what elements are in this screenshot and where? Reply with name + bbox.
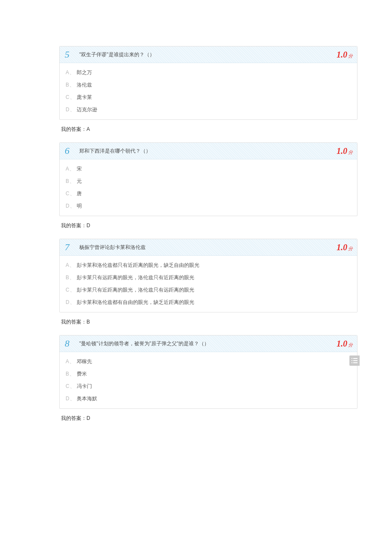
question-header: 7 杨振宁曾评论彭卡莱和洛伦兹 1.0分 <box>60 239 357 256</box>
question-header: 5 "双生子佯谬"是谁提出来的？（） 1.0分 <box>60 46 357 63</box>
option-text: 邓稼先 <box>77 358 92 365</box>
option-label: C、 <box>66 94 77 101</box>
question-block: 6 郑和下西洋是在哪个朝代？（） 1.0分 A、 宋 B、 元 C、 唐 D、 … <box>59 142 357 216</box>
score-value: 1.0 <box>337 50 347 59</box>
option-text: 彭卡莱只有近距离的眼光，洛伦兹只有远距离的眼光 <box>77 286 194 294</box>
question-text: 杨振宁曾评论彭卡莱和洛伦兹 <box>78 244 352 251</box>
question-block: 5 "双生子佯谬"是谁提出来的？（） 1.0分 A、 郎之万 B、 洛伦兹 C、… <box>59 46 357 120</box>
side-panel-toggle[interactable] <box>349 356 360 366</box>
answer-value: B <box>86 319 90 325</box>
option-text: 洛伦兹 <box>77 81 92 89</box>
option-row[interactable]: A、 彭卡莱和洛伦兹都只有近距离的眼光，缺乏自由的眼光 <box>66 262 351 269</box>
option-row[interactable]: C、 彭卡莱只有近距离的眼光，洛伦兹只有远距离的眼光 <box>66 286 351 294</box>
option-row[interactable]: A、 邓稼先 <box>66 358 351 365</box>
score-unit: 分 <box>348 150 353 155</box>
quiz-container: 5 "双生子佯谬"是谁提出来的？（） 1.0分 A、 郎之万 B、 洛伦兹 C、… <box>59 46 357 431</box>
option-label: B、 <box>66 178 77 185</box>
option-row[interactable]: C、 庞卡莱 <box>66 94 351 101</box>
question-block: 7 杨振宁曾评论彭卡莱和洛伦兹 1.0分 A、 彭卡莱和洛伦兹都只有近距离的眼光… <box>59 239 357 312</box>
option-text: 费米 <box>77 370 87 378</box>
option-label: A、 <box>66 262 77 269</box>
option-text: 唐 <box>77 190 82 197</box>
question-score: 1.0分 <box>337 146 353 156</box>
option-text: 冯卡门 <box>77 383 92 390</box>
option-label: C、 <box>66 383 77 390</box>
score-unit: 分 <box>348 246 353 251</box>
option-row[interactable]: D、 迈克尔逊 <box>66 106 351 113</box>
option-label: B、 <box>66 81 77 89</box>
option-row[interactable]: B、 洛伦兹 <box>66 81 351 89</box>
option-row[interactable]: C、 冯卡门 <box>66 383 351 390</box>
answer-prefix: 我的答案： <box>61 415 86 421</box>
my-answer: 我的答案：D <box>59 412 357 431</box>
answer-value: D <box>86 223 90 228</box>
option-text: 宋 <box>77 165 82 173</box>
option-label: A、 <box>66 358 77 365</box>
question-header: 6 郑和下西洋是在哪个朝代？（） 1.0分 <box>60 143 357 159</box>
options-list: A、 郎之万 B、 洛伦兹 C、 庞卡莱 D、 迈克尔逊 <box>60 63 357 119</box>
score-value: 1.0 <box>337 339 347 348</box>
option-label: B、 <box>66 370 77 378</box>
option-text: 元 <box>77 178 82 185</box>
option-text: 郎之万 <box>77 69 92 76</box>
question-number: 7 <box>65 242 78 253</box>
question-score: 1.0分 <box>337 50 353 60</box>
my-answer: 我的答案：A <box>59 123 357 142</box>
option-row[interactable]: B、 彭卡莱只有远距离的眼光，洛伦兹只有近距离的眼光 <box>66 274 351 281</box>
answer-prefix: 我的答案： <box>61 223 86 228</box>
question-text: "曼哈顿"计划的领导者，被誉为"原子弹之父"的是谁？（） <box>78 340 352 347</box>
option-label: D、 <box>66 106 77 113</box>
option-row[interactable]: D、 彭卡莱和洛伦兹都有自由的眼光，缺乏近距离的眼光 <box>66 299 351 306</box>
question-score: 1.0分 <box>337 339 353 349</box>
question-block: 8 "曼哈顿"计划的领导者，被誉为"原子弹之父"的是谁？（） 1.0分 A、 邓… <box>59 335 357 409</box>
score-value: 1.0 <box>337 243 347 252</box>
option-text: 明 <box>77 202 82 210</box>
option-label: D、 <box>66 299 77 306</box>
score-unit: 分 <box>348 53 353 58</box>
option-label: C、 <box>66 190 77 197</box>
question-text: "双生子佯谬"是谁提出来的？（） <box>78 51 352 58</box>
answer-prefix: 我的答案： <box>61 319 86 325</box>
option-text: 庞卡莱 <box>77 94 92 101</box>
question-number: 6 <box>65 145 78 156</box>
option-text: 彭卡莱和洛伦兹都有自由的眼光，缺乏近距离的眼光 <box>77 299 194 306</box>
options-list: A、 宋 B、 元 C、 唐 D、 明 <box>60 159 357 216</box>
score-value: 1.0 <box>337 146 347 156</box>
options-list: A、 邓稼先 B、 费米 C、 冯卡门 D、 奥本海默 <box>60 352 357 408</box>
option-row[interactable]: A、 宋 <box>66 165 351 173</box>
my-answer: 我的答案：B <box>59 316 357 335</box>
answer-prefix: 我的答案： <box>61 126 86 132</box>
option-row[interactable]: C、 唐 <box>66 190 351 197</box>
option-label: D、 <box>66 202 77 210</box>
option-label: C、 <box>66 286 77 294</box>
option-label: A、 <box>66 69 77 76</box>
list-icon <box>352 358 357 363</box>
options-list: A、 彭卡莱和洛伦兹都只有近距离的眼光，缺乏自由的眼光 B、 彭卡莱只有远距离的… <box>60 256 357 312</box>
answer-value: D <box>86 415 90 421</box>
option-row[interactable]: D、 奥本海默 <box>66 395 351 402</box>
option-row[interactable]: B、 费米 <box>66 370 351 378</box>
option-text: 彭卡莱只有远距离的眼光，洛伦兹只有近距离的眼光 <box>77 274 194 281</box>
option-label: D、 <box>66 395 77 402</box>
question-score: 1.0分 <box>337 243 353 252</box>
option-label: A、 <box>66 165 77 173</box>
option-label: B、 <box>66 274 77 281</box>
question-number: 8 <box>65 338 78 349</box>
question-text: 郑和下西洋是在哪个朝代？（） <box>78 147 352 155</box>
option-text: 奥本海默 <box>77 395 97 402</box>
score-unit: 分 <box>348 342 353 347</box>
question-number: 5 <box>65 49 78 60</box>
option-row[interactable]: D、 明 <box>66 202 351 210</box>
answer-value: A <box>86 126 90 132</box>
my-answer: 我的答案：D <box>59 220 357 239</box>
question-header: 8 "曼哈顿"计划的领导者，被誉为"原子弹之父"的是谁？（） 1.0分 <box>60 335 357 352</box>
option-text: 迈克尔逊 <box>77 106 97 113</box>
option-row[interactable]: B、 元 <box>66 178 351 185</box>
option-text: 彭卡莱和洛伦兹都只有近距离的眼光，缺乏自由的眼光 <box>77 262 199 269</box>
option-row[interactable]: A、 郎之万 <box>66 69 351 76</box>
